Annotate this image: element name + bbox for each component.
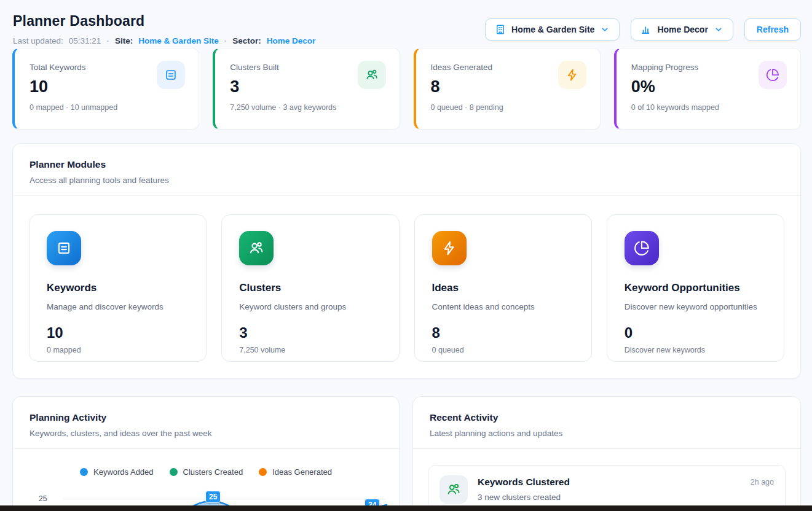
sector-link[interactable]: Home Decor xyxy=(267,36,316,45)
modules-panel-head: Planner Modules Access all planning tool… xyxy=(13,144,800,185)
module-sub: Discover new keywords xyxy=(625,346,767,354)
data-point-label: 25 xyxy=(205,491,221,503)
recent-panel-head: Recent Activity Latest planning actions … xyxy=(413,397,800,438)
stat-sub: 0 of 10 keywords mapped xyxy=(631,103,786,112)
header-toolbar: Home & Garden Site Home Decor Refresh xyxy=(485,18,801,41)
document-icon xyxy=(47,231,81,265)
site-dropdown-label: Home & Garden Site xyxy=(511,25,594,34)
module-title: Keyword Opportunities xyxy=(625,282,767,294)
recent-item-description: 3 new clusters created xyxy=(478,493,570,502)
sector-dropdown-label: Home Decor xyxy=(657,25,708,34)
stat-sub: 0 mapped · 10 unmapped xyxy=(30,103,184,112)
module-value: 0 xyxy=(625,324,767,341)
legend-item-ideas-generated: Ideas Generated xyxy=(259,467,332,477)
users-icon xyxy=(239,231,274,265)
stat-card-ideas-generated: Ideas Generated 8 0 queued · 8 pending xyxy=(414,48,601,130)
legend-dot-orange xyxy=(259,468,267,476)
site-dropdown[interactable]: Home & Garden Site xyxy=(485,18,620,41)
stat-card-total-keywords: Total Keywords 10 0 mapped · 10 unmapped xyxy=(12,48,199,130)
activity-panel-subtitle: Keywords, clusters, and ideas over the p… xyxy=(30,429,382,438)
chart-legend: Keywords Added Clusters Created Ideas Ge… xyxy=(13,467,399,477)
document-icon xyxy=(157,61,185,89)
page-title: Planner Dashboard xyxy=(13,13,144,29)
bar-chart-icon xyxy=(641,24,652,35)
sector-dropdown[interactable]: Home Decor xyxy=(631,18,733,41)
activity-panel-head: Planning Activity Keywords, clusters, an… xyxy=(13,397,399,438)
module-title: Ideas xyxy=(432,282,574,294)
users-icon xyxy=(440,475,468,504)
module-title: Clusters xyxy=(239,282,381,294)
chevron-down-icon xyxy=(714,25,723,34)
legend-item-clusters-created: Clusters Created xyxy=(170,467,243,477)
planning-activity-panel: Planning Activity Keywords, clusters, an… xyxy=(12,396,400,511)
module-card-keywords[interactable]: Keywords Manage and discover keywords 10… xyxy=(29,214,207,362)
recent-panel-title: Recent Activity xyxy=(430,412,784,423)
recent-panel-subtitle: Latest planning actions and updates xyxy=(430,429,784,438)
modules-panel-title: Planner Modules xyxy=(30,159,784,170)
legend-dot-green xyxy=(170,468,178,476)
module-description: Content ideas and concepts xyxy=(432,302,574,311)
recent-activity-panel: Recent Activity Latest planning actions … xyxy=(412,396,801,511)
recent-item-title: Keywords Clustered xyxy=(478,477,570,488)
site-label: Site: xyxy=(115,36,133,45)
last-updated-value: 05:31:21 xyxy=(69,36,101,45)
modules-panel-subtitle: Access all planning tools and features xyxy=(30,176,784,185)
chevron-down-icon xyxy=(600,25,610,34)
module-title: Keywords xyxy=(47,282,189,294)
recent-item-body: Keywords Clustered 3 new clusters create… xyxy=(478,475,570,502)
stats-row: Total Keywords 10 0 mapped · 10 unmapped… xyxy=(12,48,801,130)
pie-chart-icon xyxy=(625,231,659,265)
meta-separator: · xyxy=(106,36,109,45)
legend-label: Clusters Created xyxy=(183,467,243,477)
legend-label: Keywords Added xyxy=(93,467,154,477)
divider xyxy=(13,448,399,449)
module-value: 10 xyxy=(47,324,189,341)
recent-item-timestamp: 2h ago xyxy=(751,475,774,486)
recent-activity-list: Keywords Clustered 3 new clusters create… xyxy=(413,449,800,511)
module-description: Keyword clusters and groups xyxy=(239,302,381,311)
legend-dot-blue xyxy=(80,468,88,476)
stat-card-clusters-built: Clusters Built 3 7,250 volume · 3 avg ke… xyxy=(213,48,400,130)
last-updated-label: Last updated: xyxy=(13,36,63,45)
refresh-button[interactable]: Refresh xyxy=(744,18,801,41)
recent-activity-item[interactable]: Keywords Clustered 3 new clusters create… xyxy=(428,465,786,511)
stat-sub: 7,250 volume · 3 avg keywords xyxy=(230,103,384,112)
bottom-edge-bar xyxy=(0,505,812,511)
module-card-clusters[interactable]: Clusters Keyword clusters and groups 3 7… xyxy=(221,214,399,362)
stat-sub: 0 queued · 8 pending xyxy=(431,103,585,112)
activity-panel-title: Planning Activity xyxy=(30,412,382,423)
sector-label: Sector: xyxy=(232,36,261,45)
planner-modules-panel: Planner Modules Access all planning tool… xyxy=(12,143,801,379)
building-icon xyxy=(495,24,506,35)
module-sub: 0 queued xyxy=(432,346,574,354)
module-value: 3 xyxy=(239,324,381,341)
module-description: Manage and discover keywords xyxy=(47,302,189,311)
legend-item-keywords-added: Keywords Added xyxy=(80,467,154,477)
module-value: 8 xyxy=(432,324,574,341)
module-card-ideas[interactable]: Ideas Content ideas and concepts 8 0 que… xyxy=(414,214,592,362)
meta-separator: · xyxy=(224,36,227,45)
users-icon xyxy=(358,61,386,89)
stat-card-mapping-progress: Mapping Progress 0% 0 of 10 keywords map… xyxy=(614,48,801,130)
module-card-keyword-opportunities[interactable]: Keyword Opportunities Discover new keywo… xyxy=(607,214,784,362)
modules-grid: Keywords Manage and discover keywords 10… xyxy=(13,196,800,362)
module-sub: 7,250 volume xyxy=(239,346,381,354)
header-meta-row: Last updated: 05:31:21 · Site: Home & Ga… xyxy=(13,36,315,45)
site-link[interactable]: Home & Garden Site xyxy=(138,36,219,45)
lightning-icon xyxy=(432,231,467,265)
lightning-icon xyxy=(558,61,586,89)
module-sub: 0 mapped xyxy=(47,346,189,354)
module-description: Discover new keyword opportunities xyxy=(625,302,767,311)
pie-chart-icon xyxy=(759,61,787,89)
legend-label: Ideas Generated xyxy=(272,467,332,477)
planner-dashboard-screen: Planner Dashboard Last updated: 05:31:21… xyxy=(0,0,812,511)
